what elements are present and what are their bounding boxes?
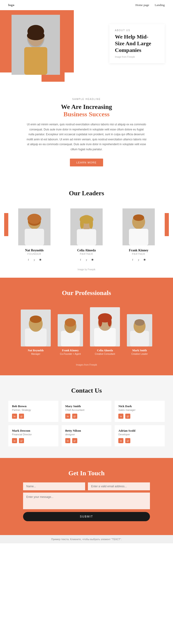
- leader-social-0: f y ◉: [26, 258, 42, 262]
- prof-person-svg-1: [58, 314, 83, 346]
- svg-point-24: [30, 316, 42, 323]
- twitter-icon-2[interactable]: y: [136, 258, 141, 262]
- email-icon-5[interactable]: @: [125, 438, 130, 443]
- prof-role-2: Creative Consultant: [95, 353, 115, 355]
- svg-point-15: [80, 220, 84, 229]
- hero-image-inner: [12, 15, 60, 75]
- prof-photo-2: [90, 307, 120, 346]
- contact-name-4: Betty Nilson: [65, 429, 108, 432]
- message-input[interactable]: [23, 492, 150, 509]
- svg-rect-2: [24, 47, 47, 75]
- leader-role-1: PARTNER: [80, 253, 93, 255]
- sample-headline: SAMPLE HEADLINE: [18, 98, 154, 100]
- email-icon-1[interactable]: @: [72, 414, 77, 419]
- linkedin-icon-1[interactable]: in: [65, 414, 70, 419]
- svg-point-28: [65, 318, 76, 326]
- prof-card-0: Nat Reynolds Manager: [18, 307, 53, 360]
- prof-role-0: Manager: [31, 353, 40, 355]
- linkedin-icon-5[interactable]: in: [118, 438, 124, 443]
- twitter-icon-0[interactable]: y: [32, 258, 36, 262]
- prof-name-2: Celia Almeda: [97, 349, 113, 352]
- professionals-row1: Nat Reynolds Manager Frank Kinney Co-Fou…: [4, 305, 168, 360]
- about-label: ABOUT US: [115, 29, 159, 32]
- hero-heading: We Help Mid- Size And Large Companies: [115, 34, 159, 53]
- section-increasing: SAMPLE HEADLINE We Are Increasing Busine…: [0, 84, 173, 178]
- linkedin-icon-4[interactable]: in: [65, 438, 70, 443]
- logo: logo: [8, 3, 14, 7]
- contact-social-1: in @: [65, 414, 108, 419]
- leader-name-1: Celia Almeda: [77, 248, 96, 252]
- hero-person-svg: [12, 15, 60, 75]
- leader-role-0: FOUNDER: [28, 253, 41, 255]
- instagram-icon-1[interactable]: ◉: [90, 258, 94, 262]
- prof-photo-0: [21, 310, 51, 346]
- svg-point-5: [27, 31, 44, 40]
- prof-card-3: Mark Smith Creative Leader: [124, 312, 154, 360]
- email-icon-4[interactable]: @: [72, 438, 77, 443]
- email-icon-2[interactable]: @: [125, 414, 130, 419]
- facebook-icon-2[interactable]: f: [130, 258, 135, 262]
- section-get-in-touch: Get In Touch SUBMIT: [0, 458, 173, 535]
- prof-person-svg-0: [21, 310, 51, 346]
- contact-card-1: Mary Smith Chief Accountant in @: [62, 401, 112, 422]
- leader-photo-1: [70, 208, 103, 245]
- linkedin-icon-3[interactable]: in: [12, 438, 17, 443]
- section-contact: Contact Us Bob Brown Partner, Strategy i…: [0, 375, 173, 458]
- leader-social-1: f y ◉: [78, 258, 94, 262]
- email-input[interactable]: [88, 482, 150, 490]
- twitter-icon-1[interactable]: y: [84, 258, 88, 262]
- leader-name-0: Nat Reynolds: [25, 248, 44, 252]
- facebook-icon-1[interactable]: f: [78, 258, 82, 262]
- name-input[interactable]: [23, 482, 85, 490]
- email-icon-0[interactable]: @: [19, 414, 24, 419]
- contact-name-0: Bob Brown: [12, 404, 55, 408]
- svg-point-33: [98, 316, 102, 326]
- hero-card: ABOUT US We Help Mid- Size And Large Com…: [109, 24, 165, 63]
- submit-button[interactable]: SUBMIT: [23, 512, 150, 521]
- contact-card-4: Betty Nilson designer in @: [62, 425, 112, 446]
- prof-card-1: Frank Kinney Co-Founder + Agent: [55, 312, 85, 360]
- instagram-icon-2[interactable]: ◉: [142, 258, 147, 262]
- contact-card-5: Adrian Scold Developer in @: [115, 425, 165, 446]
- learn-more-button[interactable]: LEARN MORE: [70, 158, 103, 166]
- prof-name-3: Mark Smith: [132, 349, 147, 352]
- svg-point-16: [89, 220, 93, 229]
- contact-card-2: Nick Dark Sales manager in @: [115, 401, 165, 422]
- leader-person-svg-0: [18, 208, 50, 245]
- leader-card-1: Celia Almeda PARTNER f y ◉: [60, 204, 112, 266]
- nav-landing[interactable]: Landing: [155, 3, 165, 7]
- contact-name-3: Mark Dowson: [12, 429, 55, 432]
- linkedin-icon-2[interactable]: in: [118, 414, 124, 419]
- linkedin-icon-0[interactable]: in: [12, 414, 17, 419]
- prof-photo-3: [127, 314, 152, 346]
- svg-rect-13: [77, 229, 96, 245]
- leader-photo-0: [18, 208, 50, 245]
- prof-photo-1: [58, 314, 83, 346]
- contact-role-0: Partner, Strategy: [12, 408, 55, 411]
- professionals-freepik-note: Images from Freepik: [4, 364, 168, 366]
- hero-image: [12, 15, 60, 75]
- contact-role-5: Developer: [118, 433, 161, 436]
- contact-role-4: designer: [65, 433, 108, 436]
- contact-name-2: Nick Dark: [118, 404, 161, 408]
- leader-card-0: Nat Reynolds FOUNDER f y ◉: [8, 204, 60, 266]
- svg-rect-26: [61, 331, 80, 346]
- facebook-icon-0[interactable]: f: [26, 258, 30, 262]
- contact-card-3: Mark Dowson Financial Director in @: [8, 425, 58, 446]
- instagram-icon-0[interactable]: ◉: [38, 258, 42, 262]
- contact-role-3: Financial Director: [12, 433, 55, 436]
- svg-rect-8: [25, 229, 44, 245]
- contact-role-1: Chief Accountant: [65, 408, 108, 411]
- contact-social-4: in @: [65, 438, 108, 443]
- email-icon-3[interactable]: @: [19, 438, 24, 443]
- leader-accent-right-2: [165, 213, 169, 236]
- contact-card-0: Bob Brown Partner, Strategy in @: [8, 401, 58, 422]
- leader-photo-2: [122, 208, 155, 245]
- contact-social-0: in @: [12, 414, 55, 419]
- leader-name-2: Frank Kinney: [129, 248, 148, 252]
- form-row-1: [23, 482, 150, 490]
- contact-name-5: Adrian Scold: [118, 429, 161, 432]
- nav-home[interactable]: Home page: [136, 3, 149, 7]
- prof-name-0: Nat Reynolds: [28, 349, 44, 352]
- footer-text: Пример текста. Кликните, чтобы выбрать э…: [51, 538, 122, 540]
